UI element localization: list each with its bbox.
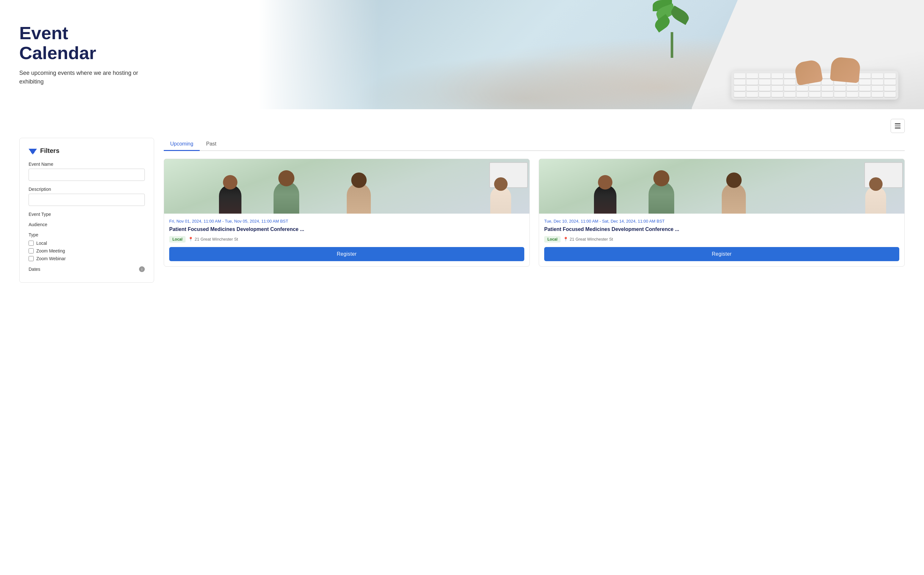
event-badge-2: Local (544, 236, 561, 243)
type-zoom-webinar-checkbox[interactable] (29, 256, 34, 261)
person-3a (347, 183, 371, 214)
hamburger-line-1 (895, 123, 900, 124)
hero-text: Event Calendar See upcoming events where… (0, 10, 160, 98)
key (834, 86, 846, 91)
location-pin-icon-1: 📍 (188, 237, 193, 241)
key (772, 92, 783, 97)
list-view-button[interactable] (891, 119, 905, 133)
meeting-sim-1 (164, 159, 529, 214)
event-title-2: Patient Focused Medicines Development Co… (544, 226, 899, 233)
event-name-input[interactable] (29, 168, 145, 181)
key (859, 86, 871, 91)
hamburger-icon (895, 123, 900, 129)
key (809, 86, 821, 91)
key (734, 73, 745, 78)
key (872, 86, 883, 91)
key (759, 73, 770, 78)
event-card-body-2: Tue, Dec 10, 2024, 11:00 AM - Sat, Dec 1… (539, 214, 904, 266)
key (872, 79, 883, 84)
dates-info-icon[interactable]: i (139, 266, 145, 272)
register-button-2[interactable]: Register (544, 247, 899, 261)
key (759, 79, 770, 84)
plant-stem (671, 32, 673, 58)
register-button-1[interactable]: Register (169, 247, 524, 261)
type-label: Type (29, 232, 145, 237)
person-3b (722, 183, 746, 214)
hamburger-line-3 (895, 127, 900, 129)
plant-leaf-4 (652, 14, 672, 32)
type-local-checkbox[interactable] (29, 241, 34, 246)
hero-image (259, 0, 924, 109)
type-local-item: Local (29, 241, 145, 246)
person-4a (490, 186, 511, 214)
key (846, 92, 858, 97)
tab-upcoming[interactable]: Upcoming (164, 138, 200, 151)
audience-section: Audience (29, 222, 145, 227)
tabs-bar: Upcoming Past (164, 138, 905, 151)
key (734, 92, 745, 97)
event-card-body-1: Fri, Nov 01, 2024, 11:00 AM - Tue, Nov 0… (164, 214, 529, 266)
key (759, 92, 770, 97)
key (809, 92, 821, 97)
content-layout: Filters Event Name Description Event Typ… (19, 138, 905, 283)
top-bar (19, 119, 905, 133)
event-meta-1: Local 📍 21 Great Winchester St (169, 236, 524, 243)
key (884, 92, 896, 97)
type-zoom-webinar-label: Zoom Webinar (36, 256, 66, 261)
event-meta-2: Local 📍 21 Great Winchester St (544, 236, 899, 243)
filters-panel: Filters Event Name Description Event Typ… (19, 138, 154, 283)
event-location-1: 📍 21 Great Winchester St (188, 237, 238, 241)
event-location-2: 📍 21 Great Winchester St (563, 237, 613, 241)
event-card-image-1 (164, 159, 529, 214)
type-zoom-meeting-checkbox[interactable] (29, 248, 34, 253)
person-head-3a (351, 173, 367, 188)
key (734, 86, 745, 91)
key (846, 86, 858, 91)
person-head-2a (278, 170, 295, 186)
main-content: Filters Event Name Description Event Typ… (0, 109, 924, 292)
filter-icon (29, 149, 37, 154)
plant-decoration (653, 0, 691, 58)
hero-section: Event Calendar See upcoming events where… (0, 0, 924, 109)
event-card-image-2 (539, 159, 904, 214)
key (884, 86, 896, 91)
event-type-section: Event Type (29, 212, 145, 217)
event-date-2: Tue, Dec 10, 2024, 11:00 AM - Sat, Dec 1… (544, 219, 899, 224)
key (822, 86, 833, 91)
person-2b (648, 181, 674, 214)
meeting-sim-2 (539, 159, 904, 214)
tab-past[interactable]: Past (200, 138, 223, 151)
key (746, 86, 758, 91)
hero-subtitle: See upcoming events where we are hosting… (19, 69, 141, 86)
key (746, 73, 758, 78)
hand-left (794, 59, 823, 86)
key (872, 92, 883, 97)
event-card-2: Tue, Dec 10, 2024, 11:00 AM - Sat, Dec 1… (539, 159, 905, 267)
key (834, 92, 846, 97)
key (746, 79, 758, 84)
hamburger-line-2 (895, 125, 900, 127)
key (859, 92, 871, 97)
key (797, 86, 808, 91)
events-grid: Fri, Nov 01, 2024, 11:00 AM - Tue, Nov 0… (164, 159, 905, 267)
key (772, 86, 783, 91)
event-name-label: Event Name (29, 162, 145, 167)
key (884, 73, 896, 78)
person-head-1b (598, 175, 612, 189)
event-type-label: Event Type (29, 212, 145, 217)
hands-decoration (789, 51, 873, 84)
person-1a (219, 185, 241, 214)
hand-right (830, 57, 861, 83)
key (734, 79, 745, 84)
person-head-1a (223, 175, 237, 189)
events-panel: Upcoming Past (164, 138, 905, 267)
key (784, 86, 796, 91)
key (822, 92, 833, 97)
person-head-2b (653, 170, 669, 186)
hero-title: Event Calendar (19, 23, 141, 63)
key (797, 92, 808, 97)
description-input[interactable] (29, 194, 145, 206)
dates-label: Dates (29, 267, 40, 272)
event-title-1: Patient Focused Medicines Development Co… (169, 226, 524, 233)
key (872, 73, 883, 78)
